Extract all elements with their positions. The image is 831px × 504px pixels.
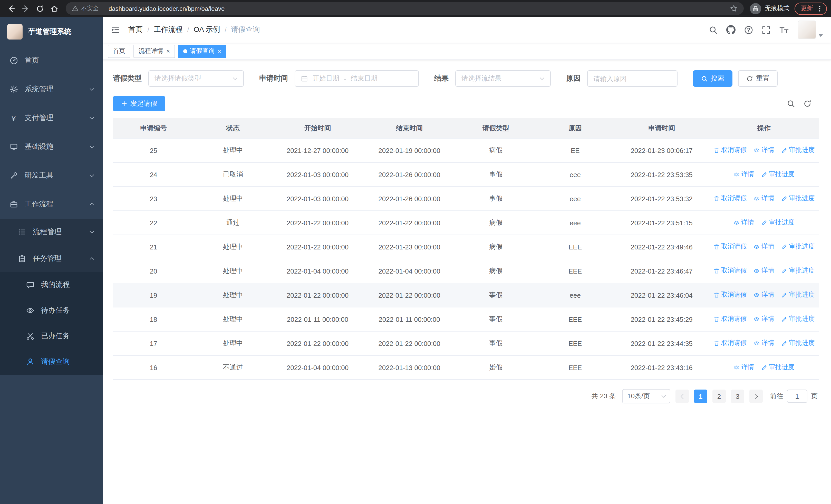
help-icon[interactable]	[744, 25, 753, 34]
font-size-icon[interactable]	[779, 25, 789, 34]
address-bar[interactable]: 不安全 dashboard.yudao.iocoder.cn/bpm/oa/le…	[66, 2, 744, 15]
detail-link[interactable]: 详情	[754, 291, 774, 299]
cell-reason: EEE	[536, 307, 614, 331]
progress-link[interactable]: 审批进度	[781, 242, 814, 251]
user-menu[interactable]	[798, 21, 823, 39]
tab-leave-query[interactable]: 请假查询 ×	[178, 45, 226, 58]
progress-link[interactable]: 审批进度	[781, 146, 814, 155]
search-icon[interactable]	[709, 25, 718, 34]
breadcrumb-item[interactable]: 工作流程	[154, 25, 182, 34]
breadcrumb-item[interactable]: OA 示例	[194, 25, 220, 34]
sidebar-item-payment[interactable]: ¥ 支付管理	[0, 104, 103, 132]
close-icon[interactable]: ×	[218, 48, 221, 54]
progress-link[interactable]: 审批进度	[781, 339, 814, 348]
fullscreen-icon[interactable]	[762, 25, 770, 34]
tab-home[interactable]: 首页	[108, 45, 131, 58]
create-leave-button[interactable]: 发起请假	[113, 96, 165, 111]
close-icon[interactable]: ×	[166, 48, 170, 54]
sidebar-item-process-mgmt[interactable]: 流程管理	[0, 219, 103, 245]
reason-input[interactable]	[593, 75, 671, 82]
sidebar-item-system[interactable]: 系统管理	[0, 75, 103, 104]
active-dot	[183, 49, 188, 53]
refresh-table-icon[interactable]	[803, 99, 811, 108]
sidebar-item-infra[interactable]: 基础设施	[0, 132, 103, 161]
detail-link[interactable]: 详情	[754, 242, 774, 251]
table-row[interactable]: 25 处理中 2021-12-27 00:00:00 2022-01-19 00…	[113, 139, 819, 163]
table-row[interactable]: 21 处理中 2022-01-22 00:00:00 2022-01-23 00…	[113, 235, 819, 259]
result-select[interactable]: 请选择流结果	[455, 70, 551, 87]
reload-icon[interactable]	[33, 1, 47, 16]
cancel-leave-link[interactable]: 取消请假	[713, 339, 747, 348]
date-range-picker[interactable]: 开始日期 - 结束日期	[295, 70, 419, 87]
table-row[interactable]: 19 处理中 2022-01-22 00:00:00 2022-01-22 00…	[113, 283, 819, 307]
detail-link[interactable]: 详情	[754, 194, 774, 203]
progress-link[interactable]: 审批进度	[761, 170, 795, 179]
page-button-2[interactable]: 2	[712, 390, 726, 403]
sidebar-item-done-tasks[interactable]: 已办任务	[0, 323, 103, 349]
reset-button[interactable]: 重置	[738, 70, 778, 87]
cancel-leave-link[interactable]: 取消请假	[713, 146, 747, 155]
table-row[interactable]: 23 处理中 2022-01-03 00:00:00 2022-01-26 00…	[113, 187, 819, 211]
cancel-leave-link[interactable]: 取消请假	[713, 242, 747, 251]
sidebar-item-my-process[interactable]: 我的流程	[0, 272, 103, 298]
table-row[interactable]: 17 处理中 2022-01-22 00:00:00 2022-01-22 00…	[113, 331, 819, 356]
progress-link[interactable]: 审批进度	[781, 194, 814, 203]
next-page-button[interactable]	[749, 390, 763, 403]
clipboard-icon	[18, 254, 26, 263]
table-row[interactable]: 24 已取消 2022-01-03 00:00:00 2022-01-26 00…	[113, 163, 819, 187]
cancel-leave-link[interactable]: 取消请假	[713, 291, 747, 299]
prev-page-button[interactable]	[676, 390, 689, 403]
goto-page-input[interactable]	[787, 390, 807, 403]
cell-end: 2022-01-22 00:00:00	[364, 283, 455, 307]
page-button-3[interactable]: 3	[731, 390, 744, 403]
sidebar-item-workflow[interactable]: 工作流程	[0, 190, 103, 219]
browser-update-button[interactable]: 更新	[795, 2, 827, 14]
sidebar-item-task-mgmt[interactable]: 任务管理	[0, 245, 103, 272]
logo[interactable]: 芋道管理系统	[0, 17, 103, 46]
column-header: 申请编号	[113, 118, 194, 139]
table-row[interactable]: 20 处理中 2022-01-04 00:00:00 2022-01-04 00…	[113, 259, 819, 283]
detail-link[interactable]: 详情	[734, 363, 754, 372]
sidebar-item-devtools[interactable]: 研发工具	[0, 161, 103, 190]
progress-link[interactable]: 审批进度	[781, 291, 814, 299]
breadcrumb-item[interactable]: 首页	[128, 25, 143, 34]
trash-icon	[713, 268, 720, 274]
leave-type-select[interactable]: 请选择请假类型	[148, 70, 244, 87]
tab-process-detail[interactable]: 流程详情 ×	[134, 45, 175, 58]
security-indicator[interactable]: 不安全	[72, 5, 99, 12]
page-size-select[interactable]: 10条/页	[622, 389, 670, 404]
sidebar-item-leave-query[interactable]: 请假查询	[0, 349, 103, 375]
toggle-search-icon[interactable]	[787, 99, 795, 108]
back-icon[interactable]	[4, 1, 19, 16]
detail-link[interactable]: 详情	[734, 170, 754, 179]
search-button[interactable]: 搜索	[693, 70, 733, 87]
page-button-1[interactable]: 1	[694, 390, 707, 403]
home-icon[interactable]	[47, 1, 62, 16]
detail-link[interactable]: 详情	[734, 218, 754, 227]
cell-reason: eee	[536, 163, 614, 187]
table-row[interactable]: 22 通过 2022-01-22 00:00:00 2022-01-22 00:…	[113, 211, 819, 235]
progress-link[interactable]: 审批进度	[761, 218, 795, 227]
cancel-leave-link[interactable]: 取消请假	[713, 315, 747, 324]
detail-link[interactable]: 详情	[754, 315, 774, 324]
bookmark-star-icon[interactable]	[730, 5, 738, 12]
page: 不安全 dashboard.yudao.iocoder.cn/bpm/oa/le…	[0, 0, 831, 504]
sidebar-item-todo-tasks[interactable]: 待办任务	[0, 298, 103, 323]
detail-link[interactable]: 详情	[754, 267, 774, 275]
progress-link[interactable]: 审批进度	[781, 315, 814, 324]
sidebar-collapse-icon[interactable]	[111, 25, 120, 34]
range-separator: -	[344, 75, 346, 82]
cancel-leave-link[interactable]: 取消请假	[713, 194, 747, 203]
progress-link[interactable]: 审批进度	[761, 363, 795, 372]
sidebar-item-home[interactable]: 首页	[0, 46, 103, 75]
cancel-leave-link[interactable]: 取消请假	[713, 267, 747, 275]
forward-icon[interactable]	[19, 1, 33, 16]
cell-reason: EEE	[536, 235, 614, 259]
detail-link[interactable]: 详情	[754, 146, 774, 155]
github-icon[interactable]	[726, 25, 736, 34]
incognito-label: 无痕模式	[765, 4, 790, 13]
table-row[interactable]: 16 不通过 2022-01-04 00:00:00 2022-01-13 00…	[113, 356, 819, 380]
detail-link[interactable]: 详情	[754, 339, 774, 348]
progress-link[interactable]: 审批进度	[781, 267, 814, 275]
table-row[interactable]: 18 处理中 2022-01-11 00:00:00 2022-01-11 00…	[113, 307, 819, 331]
